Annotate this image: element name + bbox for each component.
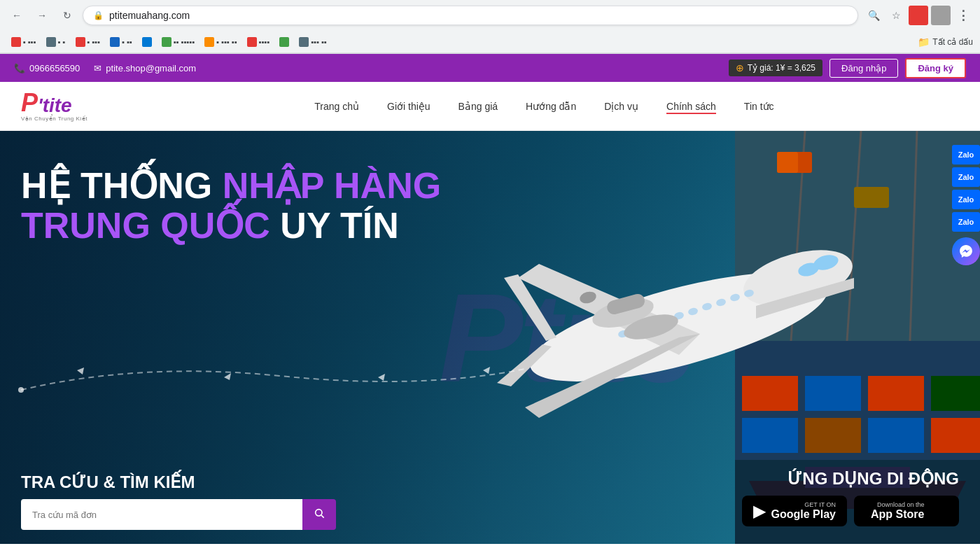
zalo-btn-2[interactable]: Zalo — [952, 167, 980, 187]
browser-actions: 🔍 ☆ ⋮ — [864, 6, 973, 25]
app-store-download-on: Download on the — [871, 501, 924, 508]
bookmark-favicon-2 — [46, 37, 56, 47]
email-address: ptite.shop@gmail.com — [106, 63, 196, 74]
extension-icon[interactable] — [931, 6, 951, 25]
google-play-icon: ▶ — [753, 501, 766, 521]
nav-huong-dan[interactable]: Hướng dẫn — [526, 101, 576, 112]
search-title: TRA CỨU & TÌM KIẾM — [21, 472, 336, 492]
svg-marker-39 — [378, 374, 385, 381]
search-icon-btn[interactable]: 🔍 — [864, 6, 883, 25]
hero-section: Ptite — [0, 131, 980, 544]
bookmark-4[interactable]: ▪ ▪▪ — [106, 35, 136, 49]
currency-icon: ⊕ — [736, 62, 744, 74]
dotted-path-svg — [0, 348, 560, 404]
browser-chrome: ← → ↻ 🔒 ptitemuahang.com 🔍 ☆ ⋮ ▪ ▪▪▪ ▪ ▪… — [0, 0, 980, 54]
address-bar[interactable]: 🔒 ptitemuahang.com — [83, 6, 858, 25]
search-button[interactable] — [302, 499, 336, 530]
top-bar-right: ⊕ Tỷ giá: 1¥ = 3,625 Đăng nhập Đăng ký ↓ — [729, 58, 966, 78]
logo-p: P — [21, 90, 38, 115]
bookmark-favicon-8 — [247, 37, 257, 47]
svg-marker-40 — [483, 367, 490, 374]
app-store-name: App Store — [871, 508, 924, 521]
bookmark-10[interactable]: ▪▪▪ ▪▪ — [295, 35, 331, 49]
bookmark-7[interactable]: ▪ ▪▪▪ ▪▪ — [200, 35, 241, 49]
bookmark-8[interactable]: ▪▪▪▪ — [243, 35, 274, 49]
register-button[interactable]: Đăng ký — [905, 58, 966, 78]
zalo-sidebar: Zalo Zalo Zalo Zalo — [952, 145, 980, 265]
bookmark-3[interactable]: ▪ ▪▪▪ — [71, 35, 105, 49]
nav-dich-vu[interactable]: Dịch vụ — [604, 101, 638, 112]
top-bar-left: 📞 0966656590 ✉ ptite.shop@gmail.com — [14, 63, 729, 74]
exchange-rate: ⊕ Tỷ giá: 1¥ = 3,625 — [729, 59, 822, 76]
bookmarks-folder-area: 📁 Tất cả dấu — [918, 36, 973, 48]
airplane-illustration — [434, 138, 924, 488]
app-store-button[interactable]: Download on the App Store — [854, 496, 959, 526]
google-play-button[interactable]: ▶ GET IT ON Google Play — [742, 496, 847, 526]
logo-tite: 'tite — [38, 96, 72, 115]
nav-trang-chu[interactable]: Trang chủ — [314, 101, 359, 112]
url-text: ptitemuahang.com — [109, 10, 848, 21]
svg-point-41 — [18, 387, 24, 393]
bookmark-2[interactable]: ▪ ▪ — [42, 35, 70, 49]
zalo-btn-3[interactable]: Zalo — [952, 190, 980, 209]
svg-rect-12 — [931, 376, 980, 411]
bookmark-5[interactable] — [138, 35, 156, 49]
bookmarks-bar: ▪ ▪▪▪ ▪ ▪ ▪ ▪▪▪ ▪ ▪▪ ▪▪ ▪▪▪▪▪ ▪ ▪▪▪ ▪▪ ▪… — [0, 31, 980, 53]
reload-button[interactable]: ↻ — [57, 6, 77, 25]
login-button[interactable]: Đăng nhập — [830, 59, 898, 78]
google-play-text: GET IT ON Google Play — [771, 501, 836, 521]
profile-icon[interactable] — [909, 6, 928, 25]
bookmark-favicon-10 — [299, 37, 309, 47]
bookmark-favicon-4 — [110, 37, 120, 47]
menu-button[interactable]: ⋮ — [953, 6, 973, 25]
svg-rect-16 — [931, 418, 980, 453]
bookmark-6[interactable]: ▪▪ ▪▪▪▪▪ — [158, 35, 199, 49]
bookmark-favicon-5 — [142, 37, 152, 47]
bookmark-label-6: ▪▪ ▪▪▪▪▪ — [174, 38, 195, 46]
hero-title-nhap-hang: NHẬP HÀNG — [223, 165, 441, 206]
nav-gioi-thieu[interactable]: Giới thiệu — [387, 101, 430, 112]
phone-number: 0966656590 — [29, 63, 80, 74]
bookmark-favicon-9 — [279, 37, 289, 47]
website: 📞 0966656590 ✉ ptite.shop@gmail.com ⊕ Tỷ… — [0, 54, 980, 544]
hero-title-line2: TRUNG QUỐC UY TÍN — [21, 206, 441, 246]
top-bar: 📞 0966656590 ✉ ptite.shop@gmail.com ⊕ Tỷ… — [0, 54, 980, 82]
search-section: TRA CỨU & TÌM KIẾM — [21, 472, 336, 530]
back-button[interactable]: ← — [7, 6, 27, 25]
email-icon: ✉ — [94, 63, 102, 74]
bookmark-favicon-6 — [162, 37, 172, 47]
nav-bang-gia[interactable]: Bảng giá — [458, 101, 498, 112]
svg-marker-38 — [224, 373, 231, 380]
nav-chinh-sach[interactable]: Chính sách — [666, 101, 716, 112]
bookmark-label-8: ▪▪▪▪ — [259, 38, 270, 46]
nav-links: Trang chủ Giới thiệu Bảng giá Hướng dẫn … — [130, 101, 959, 112]
airplane-svg — [434, 138, 924, 488]
hero-title-line1: HỆ THỐNG NHẬP HÀNG — [21, 166, 441, 206]
search-input[interactable] — [21, 499, 302, 530]
search-input-row — [21, 499, 336, 530]
bookmark-label-4: ▪ ▪▪ — [122, 38, 132, 46]
forward-button[interactable]: → — [32, 6, 52, 25]
bookmark-label-7: ▪ ▪▪▪ ▪▪ — [216, 38, 237, 46]
bookmark-1[interactable]: ▪ ▪▪▪ — [7, 35, 41, 49]
star-icon-btn[interactable]: ☆ — [886, 6, 906, 25]
hero-title-uy-tin: UY TÍN — [280, 205, 399, 246]
svg-marker-37 — [77, 368, 84, 374]
logo-image: P 'tite Vận Chuyển Trung Kiết — [21, 90, 88, 122]
messenger-button[interactable] — [952, 237, 980, 265]
logo[interactable]: P 'tite Vận Chuyển Trung Kiết — [21, 90, 88, 122]
folder-icon: 📁 — [918, 36, 930, 48]
bookmark-favicon-1 — [11, 37, 21, 47]
bookmark-label-1: ▪ ▪▪▪ — [23, 38, 36, 46]
svg-point-42 — [316, 510, 322, 516]
zalo-btn-4[interactable]: Zalo — [952, 212, 980, 232]
browser-toolbar: ← → ↻ 🔒 ptitemuahang.com 🔍 ☆ ⋮ — [0, 0, 980, 31]
nav-tin-tuc[interactable]: Tin tức — [744, 101, 774, 112]
bookmark-9[interactable] — [275, 35, 293, 49]
exchange-label: Tỷ giá: 1¥ = 3,625 — [748, 63, 816, 73]
zalo-btn-1[interactable]: Zalo — [952, 145, 980, 164]
google-play-store-name: Google Play — [771, 508, 836, 521]
app-store-text: Download on the App Store — [871, 501, 924, 521]
app-buttons: ▶ GET IT ON Google Play Download on the … — [742, 496, 959, 526]
logo-subtitle: Vận Chuyển Trung Kiết — [21, 115, 88, 122]
